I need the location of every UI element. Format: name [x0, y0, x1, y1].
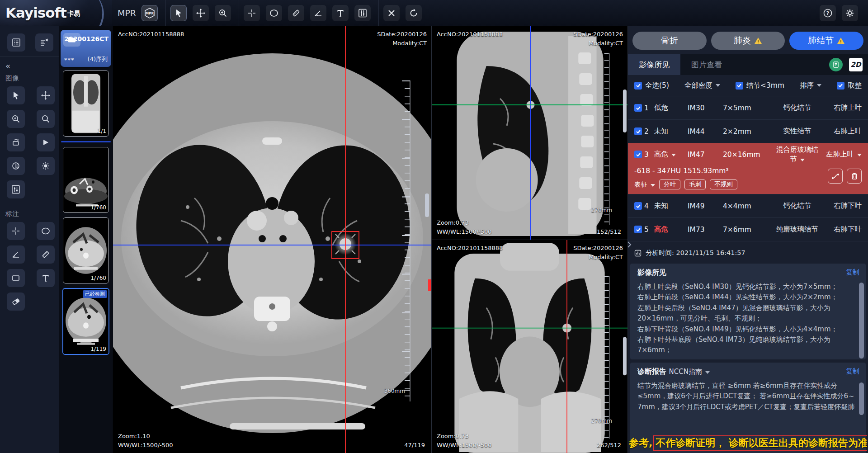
- cursor-tool-button[interactable]: [7, 86, 25, 104]
- magnify-tool-button[interactable]: [37, 110, 55, 128]
- patient-name-masked: ***: [64, 57, 75, 63]
- copy-findings-link[interactable]: 复制: [846, 268, 859, 277]
- windowing-tool-button[interactable]: [354, 5, 371, 21]
- rotate-tool-button[interactable]: [7, 133, 25, 151]
- nodule-row-5[interactable]: 5 高危 IM73 7×6mm 纯磨玻璃结节 右肺下叶: [628, 217, 868, 241]
- crosshair-tool-button[interactable]: [244, 5, 260, 21]
- checkbox-checked-icon[interactable]: [837, 82, 844, 90]
- panel-collapse-handle[interactable]: [627, 238, 633, 251]
- sign-tag-lobulation[interactable]: 分叶: [659, 179, 680, 189]
- mode-2d-toggle[interactable]: 2D: [849, 58, 863, 71]
- ruler-tool-button[interactable]: [288, 5, 304, 21]
- select-all-checkbox[interactable]: 全选(5): [634, 81, 669, 90]
- copy-report-link[interactable]: 复制: [846, 367, 859, 376]
- sagittal-viewport[interactable]: AccNO:202101158888 SDate:20200126 Modali…: [432, 26, 627, 240]
- rectangle-annotation-button[interactable]: [7, 269, 25, 287]
- thumbnail-xray-series[interactable]: 1/1: [63, 71, 109, 137]
- image-tools-grid: [0, 86, 59, 198]
- checkbox-checked-icon[interactable]: [634, 104, 642, 112]
- zoom-in-tool-button[interactable]: [7, 110, 25, 128]
- settings-button[interactable]: [842, 5, 858, 21]
- left-tool-sidebar: « 图像 标注: [0, 26, 59, 453]
- angle-annotation-button[interactable]: [7, 245, 25, 264]
- windowing-button[interactable]: [7, 180, 25, 198]
- nodule-actions: [828, 169, 862, 184]
- axial-viewport[interactable]: AccNO:202101158888 SDate:20200126 Modali…: [113, 26, 432, 453]
- study-header[interactable]: 20200126CT *** (4)序列: [61, 30, 111, 67]
- ellipse-annotation-button[interactable]: [37, 222, 55, 240]
- report-button[interactable]: [829, 58, 843, 71]
- nodule-row-3[interactable]: 3 高危 IM47 20×16mm 混合磨玻璃结节 左肺上叶: [628, 143, 868, 166]
- reset-view-button[interactable]: [406, 5, 422, 21]
- sort-dropdown[interactable]: 排序: [800, 81, 821, 90]
- sign-tag-spiculation[interactable]: 毛刺: [684, 179, 706, 189]
- window-level-icon: [11, 184, 21, 194]
- pan-tool-button[interactable]: [193, 5, 209, 21]
- thumbnail-ct-series-2[interactable]: 1/760: [63, 147, 109, 213]
- eraser-button[interactable]: [7, 293, 25, 311]
- nodule-row-2[interactable]: 2 未知 IM44 2×2mm 实性结节 右肺上叶: [628, 119, 868, 143]
- ct-thumbnail-image: [63, 147, 108, 212]
- round-values-checkbox[interactable]: 取整: [837, 81, 862, 90]
- sort-label: 排序: [800, 81, 814, 90]
- text-tool-button[interactable]: [332, 5, 349, 21]
- nodule-row-4[interactable]: 4 未知 IM49 4×4mm 钙化结节 右肺下叶: [628, 194, 868, 217]
- close-layout-button[interactable]: [35, 33, 53, 52]
- guideline-dropdown[interactable]: NCCN指南: [669, 368, 710, 376]
- ruler-annotation-button[interactable]: [37, 245, 55, 264]
- delete-annotation-button[interactable]: [383, 5, 400, 21]
- ellipse-tool-button[interactable]: [266, 5, 282, 21]
- crosshair-annotation-button[interactable]: [7, 222, 25, 240]
- cine-play-button[interactable]: [37, 133, 55, 151]
- nodule-row-1[interactable]: 1 低危 IM30 7×5mm 钙化结节 右肺上叶: [628, 96, 868, 119]
- mpr-mode-button[interactable]: MPR: [142, 5, 158, 21]
- checkbox-checked-icon[interactable]: [634, 202, 642, 210]
- finding-line: 右肺下叶背段（SeNO.4 IM49）见钙化结节影，大小为4×4mm；: [637, 324, 859, 335]
- series-thumbnail-panel: 20200126CT *** (4)序列 1/1: [59, 26, 113, 453]
- nodule-location-dropdown[interactable]: 左肺上叶: [818, 150, 862, 159]
- checkbox-checked-icon[interactable]: [634, 151, 642, 158]
- findings-scrollbar[interactable]: [859, 283, 864, 359]
- tab-fracture[interactable]: 骨折: [632, 32, 707, 50]
- pan-tool-button[interactable]: [37, 86, 55, 104]
- thumbnail-ct-series-4-selected[interactable]: 已经检测 1/119: [62, 288, 109, 355]
- small-nodule-checkbox[interactable]: 结节<3mm: [736, 81, 784, 90]
- detected-badge: 已经检测: [83, 290, 107, 298]
- nodule-type: 钙化结节: [776, 103, 818, 113]
- report-scrollbar[interactable]: [859, 382, 864, 415]
- nodule-row-3-expanded[interactable]: 3 高危 IM47 20×16mm 混合磨玻璃结节 左肺上叶 -618 - 34…: [628, 143, 868, 194]
- tab-imaging-findings[interactable]: 影像所见: [628, 54, 680, 75]
- angle-tool-button[interactable]: [310, 5, 326, 21]
- coronal-viewport[interactable]: AccNO:202101158888 SDate:20200126 Modali…: [432, 240, 627, 453]
- sign-tag-irregular[interactable]: 不规则: [710, 179, 737, 189]
- reconstruction-column: AccNO:202101158888 SDate:20200126 Modali…: [432, 26, 628, 453]
- collapse-sidebar-button[interactable]: «: [0, 59, 59, 71]
- brightness-button[interactable]: [37, 157, 55, 175]
- tab-pneumonia[interactable]: 肺炎: [711, 32, 785, 50]
- help-button[interactable]: ?: [820, 5, 836, 21]
- trash-icon: [851, 172, 858, 180]
- zoom-in-tool-button[interactable]: [215, 5, 231, 21]
- cursor-tool-button[interactable]: [170, 5, 187, 21]
- checkbox-checked-icon[interactable]: [736, 82, 743, 90]
- checkbox-checked-icon[interactable]: [634, 226, 642, 233]
- nodule-risk-dropdown[interactable]: 高危: [654, 150, 688, 159]
- close-x-icon: [387, 9, 396, 17]
- series-list-button[interactable]: [7, 33, 25, 52]
- brand-suffix: 卡易: [67, 9, 80, 18]
- nodule-image-no: IM30: [688, 104, 723, 112]
- thumbnail-ct-series-3[interactable]: 1/760: [63, 217, 109, 283]
- invert-contrast-button[interactable]: [7, 157, 25, 175]
- density-filter-dropdown[interactable]: 全部密度: [684, 81, 720, 90]
- checkbox-checked-icon[interactable]: [634, 82, 642, 90]
- tab-image-view[interactable]: 图片查看: [680, 54, 733, 75]
- ellipse-icon: [41, 226, 51, 236]
- tab-lung-nodule[interactable]: 肺结节: [789, 32, 863, 50]
- checkbox-checked-icon[interactable]: [634, 127, 642, 135]
- followup-compare-button[interactable]: [828, 169, 843, 184]
- text-annotation-button[interactable]: [37, 269, 55, 287]
- signs-dropdown[interactable]: 表征: [634, 180, 655, 189]
- delete-nodule-button[interactable]: [847, 169, 862, 184]
- nodule-type-dropdown[interactable]: 混合磨玻璃结节: [776, 145, 818, 164]
- sagittal-zoom-value: Zoom:0.73: [437, 218, 492, 227]
